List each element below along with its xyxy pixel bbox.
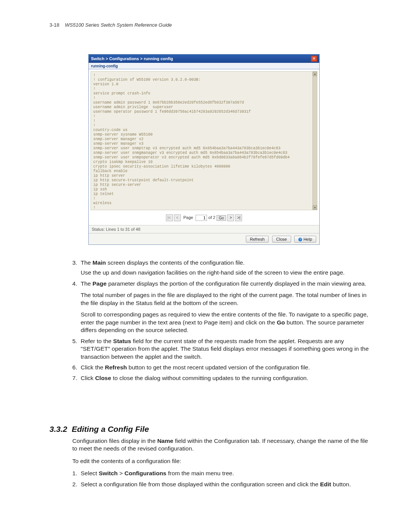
scroll-down-icon[interactable]: ▼ xyxy=(313,205,317,210)
term-close: Close xyxy=(95,375,111,381)
list-item-6: 6. Click the Refresh button to get the m… xyxy=(72,364,373,371)
list-item-4: 4. The Page parameter displays the porti… xyxy=(72,280,373,334)
refresh-button[interactable]: Refresh xyxy=(246,236,269,243)
config-dialog: Switch > Configurations > running config… xyxy=(88,54,320,245)
next-page-button[interactable]: > xyxy=(227,214,234,221)
doc-title: WS5100 Series Switch System Reference Gu… xyxy=(65,22,172,28)
step-1: 1. Select Switch > Configurations from t… xyxy=(72,470,373,477)
prev-page-button[interactable]: < xyxy=(174,214,181,221)
config-text: ! ! configuration of WS5100 version 3.0.… xyxy=(93,73,290,210)
help-button[interactable]: ?Help xyxy=(294,236,316,243)
list-item-5: 5. Refer to the Status field for the cur… xyxy=(72,337,373,361)
section-intro: To edit the contents of a configuration … xyxy=(72,457,373,465)
help-icon: ? xyxy=(298,238,302,241)
scrollbar[interactable]: ▲ ▼ xyxy=(312,72,317,210)
term-main: Main xyxy=(92,259,106,266)
step-2: 2. Select a configuration file from thos… xyxy=(72,481,373,488)
page-of-label: of 2 xyxy=(209,215,215,220)
term-status: Status xyxy=(113,338,131,344)
list-item-3: 3. The Main screen displays the contents… xyxy=(72,259,373,277)
page-number: 3-18 xyxy=(49,22,59,28)
page-label: Page xyxy=(183,215,193,220)
term-configurations: Configurations xyxy=(124,470,166,476)
config-text-area: ! ! configuration of WS5100 version 3.0.… xyxy=(91,71,317,210)
dialog-subtitle: running-config xyxy=(89,63,319,69)
last-page-button[interactable]: >| xyxy=(235,214,242,221)
go-button[interactable]: Go xyxy=(217,215,226,221)
pager: |< < Page of 2 Go > >| xyxy=(89,212,319,225)
term-name: Name xyxy=(157,438,173,444)
status-bar: Status: Lines 1 to 31 of 48 xyxy=(89,225,319,233)
term-go: Go xyxy=(277,319,285,326)
first-page-button[interactable]: |< xyxy=(166,214,173,221)
term-page: Page xyxy=(92,280,107,287)
term-refresh: Refresh xyxy=(105,364,127,371)
page-header: 3-18 WS5100 Series Switch System Referen… xyxy=(49,22,172,28)
term-edit: Edit xyxy=(320,481,331,487)
list-item-7: 7. Click Close to close the dialog witho… xyxy=(72,374,373,382)
button-bar: Refresh Close ?Help xyxy=(89,233,319,244)
close-icon[interactable]: × xyxy=(311,56,317,62)
page-number-input[interactable] xyxy=(196,215,207,221)
scroll-up-icon[interactable]: ▲ xyxy=(313,72,317,76)
dialog-titlebar: Switch > Configurations > running config… xyxy=(89,54,319,63)
instruction-list: 3. The Main screen displays the contents… xyxy=(72,259,373,385)
close-button[interactable]: Close xyxy=(272,236,291,243)
section-body: Configuration files display in the Name … xyxy=(72,437,373,491)
section-heading: 3.3.2 Editing a Config File xyxy=(49,425,149,434)
dialog-breadcrumb: Switch > Configurations > running config xyxy=(91,56,173,61)
term-switch: Switch xyxy=(99,470,118,476)
